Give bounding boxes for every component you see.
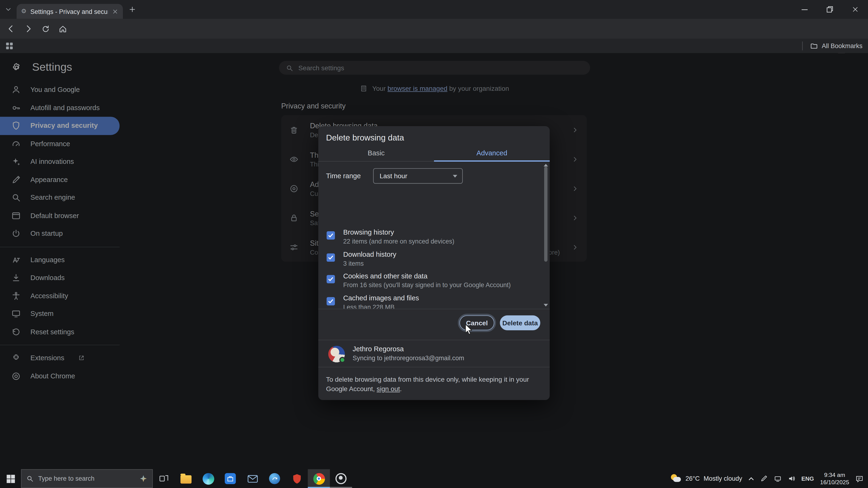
speaker-icon[interactable] xyxy=(787,475,795,483)
sync-badge-icon xyxy=(339,357,346,363)
delete-browsing-data-dialog: Delete browsing data Basic Advanced Time… xyxy=(318,126,550,400)
checkbox-row-cached-images[interactable]: Cached images and files Less than 228 MB xyxy=(318,293,540,309)
close-window-button[interactable] xyxy=(842,0,868,19)
checkbox-checked[interactable] xyxy=(327,297,335,305)
dialog-footer: To delete browsing data from this device… xyxy=(326,375,534,393)
search-highlights-icon[interactable] xyxy=(139,474,148,483)
file-explorer-icon xyxy=(181,475,191,484)
reload-icon[interactable] xyxy=(39,22,52,35)
checkbox-detail: 22 items (and more on synced devices) xyxy=(343,238,454,245)
account-sync-status: Syncing to jethroregorosa3@gmail.com xyxy=(352,355,464,361)
settings-page: Settings You and Google Autofill and pas… xyxy=(0,53,868,469)
account-name: Jethro Regorosa xyxy=(352,345,404,353)
time-range-value: Last hour xyxy=(379,172,407,180)
store-icon xyxy=(225,473,236,484)
checkbox-row-cookies[interactable]: Cookies and other site data From 16 site… xyxy=(318,271,540,293)
checkbox-label: Browsing history xyxy=(343,228,394,236)
checkbox-detail: 3 items xyxy=(343,260,364,266)
all-bookmarks-label: All Bookmarks xyxy=(822,43,863,49)
checkbox-checked[interactable] xyxy=(327,275,335,283)
settings-favicon-icon: ⚙ xyxy=(21,8,26,14)
start-button[interactable] xyxy=(0,469,21,488)
app-red-button[interactable] xyxy=(286,469,308,488)
search-icon xyxy=(26,475,34,483)
obs-button[interactable] xyxy=(330,469,352,488)
all-bookmarks-button[interactable]: All Bookmarks xyxy=(802,41,863,51)
restore-button[interactable] xyxy=(817,0,842,19)
scroll-down-icon[interactable] xyxy=(544,304,548,306)
action-center-icon[interactable] xyxy=(855,475,864,483)
checkbox-checked[interactable] xyxy=(327,253,335,261)
delete-data-button[interactable]: Delete data xyxy=(500,316,540,330)
taskbar-search-input[interactable] xyxy=(38,475,134,482)
edge-icon xyxy=(203,473,214,484)
bookmarks-bar: All Bookmarks xyxy=(0,39,868,53)
clock-time: 9:34 am xyxy=(824,471,845,479)
language-indicator[interactable]: ENG xyxy=(802,475,814,482)
forward-icon[interactable] xyxy=(22,22,35,35)
window-controls xyxy=(792,0,868,19)
tab-search-icon[interactable] xyxy=(4,5,12,13)
dialog-body: Time range Last hour Browsing history 22… xyxy=(318,162,550,309)
checkbox-label: Download history xyxy=(343,250,396,258)
scroll-up-icon[interactable] xyxy=(544,164,548,167)
clock[interactable]: 9:34 am 16/10/2025 xyxy=(820,471,849,486)
tab-basic[interactable]: Basic xyxy=(318,145,434,161)
checkbox-checked[interactable] xyxy=(327,231,335,239)
weather-desc: Mostly cloudy xyxy=(704,475,742,482)
checkbox-detail: Less than 228 MB xyxy=(343,303,395,309)
taskbar: 26°C Mostly cloudy ENG 9:34 am 16/10/202… xyxy=(0,469,868,488)
account-section: Jethro Regorosa Syncing to jethroregoros… xyxy=(318,340,550,367)
tray-chevron-up-icon[interactable] xyxy=(748,477,753,481)
system-tray: 26°C Mostly cloudy ENG 9:34 am 16/10/202… xyxy=(671,469,868,488)
chrome-icon xyxy=(313,473,324,484)
app-red-icon xyxy=(292,474,302,484)
chevron-down-icon xyxy=(453,174,457,177)
chrome-button[interactable] xyxy=(308,469,330,488)
screen: ⚙ Settings - Privacy and security xyxy=(0,0,868,488)
tab-advanced[interactable]: Advanced xyxy=(434,145,550,161)
dialog-title: Delete browsing data xyxy=(326,133,404,142)
checkbox-row-browsing-history[interactable]: Browsing history 22 items (and more on s… xyxy=(318,228,540,249)
mouse-cursor xyxy=(465,324,473,335)
bookmarks-divider xyxy=(802,41,802,51)
obs-icon xyxy=(335,473,346,484)
checkbox-label: Cached images and files xyxy=(343,294,419,302)
time-range-select[interactable]: Last hour xyxy=(373,168,463,184)
taskbar-search[interactable] xyxy=(21,469,153,488)
time-range-label: Time range xyxy=(326,172,361,180)
weather-widget[interactable]: 26°C Mostly cloudy xyxy=(671,474,742,483)
tab-strip: ⚙ Settings - Privacy and security xyxy=(0,0,868,19)
task-view-icon xyxy=(159,474,169,484)
checkbox-label: Cookies and other site data xyxy=(343,272,427,280)
store-button[interactable] xyxy=(219,469,241,488)
scrollbar-thumb[interactable] xyxy=(544,166,548,262)
app-blue-button[interactable] xyxy=(264,469,286,488)
checkbox-detail: From 16 sites (you'll stay signed in to … xyxy=(343,282,511,288)
home-icon[interactable] xyxy=(56,22,69,35)
weather-temp: 26°C xyxy=(685,475,700,482)
windows-logo-icon xyxy=(6,475,14,483)
file-explorer-button[interactable] xyxy=(175,469,197,488)
back-icon[interactable] xyxy=(4,22,18,35)
pen-icon[interactable] xyxy=(760,475,768,483)
edge-button[interactable] xyxy=(197,469,219,488)
task-view-button[interactable] xyxy=(153,469,175,488)
clock-date: 16/10/2025 xyxy=(820,479,849,486)
new-tab-button[interactable] xyxy=(128,5,136,13)
checkbox-row-download-history[interactable]: Download history 3 items xyxy=(318,249,540,271)
browser-toolbar: Chrome chrome://settings/clearBrowserDat… xyxy=(0,19,868,39)
browser-tab[interactable]: ⚙ Settings - Privacy and security xyxy=(17,4,123,19)
apps-grid-icon[interactable] xyxy=(5,42,13,50)
dialog-tabs: Basic Advanced xyxy=(318,145,550,161)
sign-out-link[interactable]: sign out xyxy=(377,385,400,393)
mail-button[interactable] xyxy=(241,469,264,488)
tab-title: Settings - Privacy and security xyxy=(30,8,108,14)
tab-close-icon[interactable] xyxy=(112,8,118,14)
cancel-button[interactable]: Cancel xyxy=(460,316,494,330)
network-icon[interactable] xyxy=(774,475,781,483)
mail-icon xyxy=(247,475,258,483)
app-blue-icon xyxy=(269,473,280,484)
weather-icon xyxy=(671,474,682,483)
minimize-button[interactable] xyxy=(792,0,817,19)
